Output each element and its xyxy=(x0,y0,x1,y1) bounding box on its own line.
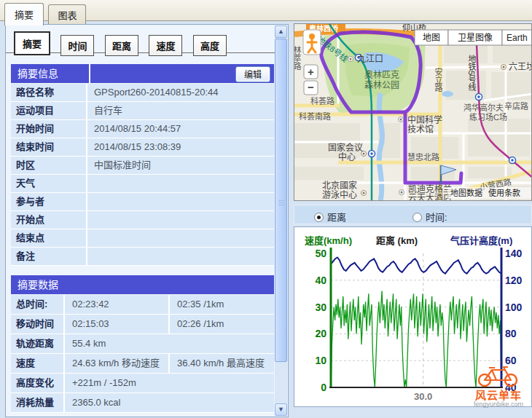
label-park-line1: 奥林匹克 xyxy=(364,70,399,80)
radio-time[interactable]: 时间: xyxy=(412,210,447,224)
row-value-2 xyxy=(168,334,274,353)
brand-watermark: 风云单车 fengyunbike.com xyxy=(465,363,532,411)
table-row: 轨迹距离55.4 km xyxy=(11,334,274,354)
watermark-domain[interactable]: fengyunbike.com xyxy=(465,401,532,408)
label-anlilu: 安立路 xyxy=(434,67,443,92)
radio-distance-label: 距离 xyxy=(327,212,346,223)
row-value-1: 2365.0 kcal xyxy=(65,393,168,412)
row-label: 天气 xyxy=(11,175,87,192)
label-huizhongbeilu: 慧忠北路 xyxy=(407,152,439,162)
panel-tab-speed[interactable]: 速度 xyxy=(149,35,182,56)
left-tick-label: 0 xyxy=(321,382,326,393)
row-label: 总时间: xyxy=(11,295,65,314)
table-row: 开始点 xyxy=(11,211,274,229)
panel-tab-altitude[interactable]: 高度 xyxy=(193,35,227,56)
table-row: 备注 xyxy=(11,248,274,266)
chart-mode-bar: 距离 时间: xyxy=(294,205,532,224)
row-label: 移动时间 xyxy=(11,315,65,334)
map-attribution: 地图数据 使用条款 xyxy=(447,187,532,199)
left-tick-label: 50 xyxy=(315,248,326,259)
table-row: 天气 xyxy=(11,175,274,193)
table-row: 高度变化+221m / -152m xyxy=(11,374,274,393)
row-label: 路径名称 xyxy=(11,84,87,101)
river xyxy=(379,93,382,201)
svg-text:−: − xyxy=(308,81,314,93)
radio-distance[interactable]: 距离 xyxy=(314,210,346,224)
row-value-2: 02:26 /1km xyxy=(168,315,274,334)
panel-tab-distance[interactable]: 距离 xyxy=(105,35,138,56)
table-row: 参与者 xyxy=(11,193,274,211)
attribution-terms[interactable]: 使用条款 xyxy=(488,188,520,197)
table-row: 运动项目自行车 xyxy=(11,102,274,120)
scroll-thumb[interactable] xyxy=(275,39,287,362)
scroll-up-button[interactable]: ▲ xyxy=(275,25,287,38)
label-lincuilu: 林萃路 xyxy=(294,45,302,71)
label-hotel-line2: 云天大酒店 xyxy=(408,193,452,201)
right-tick-label: 100 xyxy=(505,301,523,313)
summary-info-header: 摘要信息 编辑 xyxy=(11,64,274,83)
label-golf-line2: 练习场C场 xyxy=(469,112,507,122)
label-golf-line1: 鸿华高尔夫 xyxy=(463,103,504,112)
map-button-label[interactable]: 地图 xyxy=(423,33,440,43)
row-label: 结束时间 xyxy=(11,138,87,156)
row-value xyxy=(87,211,274,229)
svg-text:+: + xyxy=(308,66,314,78)
panel-tab-time[interactable]: 时间 xyxy=(60,35,94,56)
label-kexueguan-line2: 技术馆 xyxy=(407,124,434,135)
summary-data-header: 摘要数据 xyxy=(11,275,274,294)
radio-time-dot[interactable] xyxy=(412,213,422,222)
left-tick-label: 10 xyxy=(315,355,326,366)
summary-data-title: 摘要数据 xyxy=(17,279,58,291)
radio-distance-dot[interactable] xyxy=(314,213,324,222)
table-row: 路径名称GPSport260-20140815-20:44 xyxy=(11,84,274,102)
row-label: 时区 xyxy=(11,157,87,174)
label-liuwangfen: 六王坟 xyxy=(509,62,532,72)
panel-tab-summary[interactable]: 摘要 xyxy=(14,31,50,55)
row-value xyxy=(87,229,274,247)
bicycle-logo-icon xyxy=(474,363,523,387)
right-tick-label: 140 xyxy=(505,248,523,259)
row-value-1: 55.4 km xyxy=(65,334,168,353)
row-value-2 xyxy=(168,374,274,393)
map-canvas: 奥林西桥 xyxy=(294,24,532,201)
map-zoom-in-button[interactable]: + xyxy=(304,65,318,79)
table-row: 结束时间2014/08/15 23:08:39 xyxy=(11,138,274,157)
header-divider xyxy=(89,64,90,83)
row-value xyxy=(87,193,274,210)
map-zoom-out-button[interactable]: − xyxy=(304,81,318,95)
row-label: 速度 xyxy=(11,354,65,373)
label-swim-line2: 游泳中心 xyxy=(322,189,357,200)
edit-button[interactable]: 编辑 xyxy=(235,66,270,82)
left-tick-label: 30 xyxy=(315,301,326,313)
label-metro5: 地铁5号线 xyxy=(467,55,477,91)
satellite-button-label[interactable]: 卫星图像 xyxy=(458,33,493,43)
table-row: 结束点 xyxy=(11,229,274,248)
row-label: 运动项目 xyxy=(11,102,87,119)
vertical-scrollbar[interactable]: ▲ ▼ xyxy=(275,25,287,416)
table-row: 消耗热量2365.0 kcal xyxy=(11,393,274,413)
label-kehuinanlu: 科荟南路 xyxy=(299,111,331,121)
earth-button-label[interactable]: Earth xyxy=(506,33,528,43)
pegman-control[interactable] xyxy=(303,30,321,55)
right-tick-label: 120 xyxy=(505,275,523,286)
row-label: 参与者 xyxy=(11,193,87,210)
table-row: 速度24.63 km/h 移动速度36.40 km/h 最高速度 xyxy=(11,354,274,374)
label-swim-line1: 北京國家 xyxy=(322,180,357,191)
row-value: GPSport260-20140815-20:44 xyxy=(87,84,274,101)
label-park-line2: 森林公园 xyxy=(364,79,399,90)
tab-summary[interactable]: 摘要 xyxy=(4,3,44,25)
scroll-down-button[interactable]: ▼ xyxy=(275,403,287,416)
table-row: 总时间:02:23:4202:35 /1km xyxy=(11,295,274,315)
row-value-1: 02:15:03 xyxy=(65,315,168,334)
map-view[interactable]: 奥林西桥 xyxy=(294,23,532,201)
row-label: 结束点 xyxy=(11,229,87,247)
watermark-brand: 风云单车 xyxy=(465,390,532,401)
label-xindianlu: 辛店路 xyxy=(504,101,528,111)
summary-info-table: 路径名称GPSport260-20140815-20:44 运动项目自行车 开始… xyxy=(11,84,274,266)
series-barometric_altitude xyxy=(331,258,501,274)
tab-charts[interactable]: 图表 xyxy=(48,4,86,25)
thumb-grip xyxy=(278,200,284,206)
label-jiujiangkou: 九江口 xyxy=(357,54,383,64)
row-value: 2014/08/15 20:44:57 xyxy=(87,120,274,138)
row-value-1: 24.63 km/h 移动速度 xyxy=(65,354,168,373)
